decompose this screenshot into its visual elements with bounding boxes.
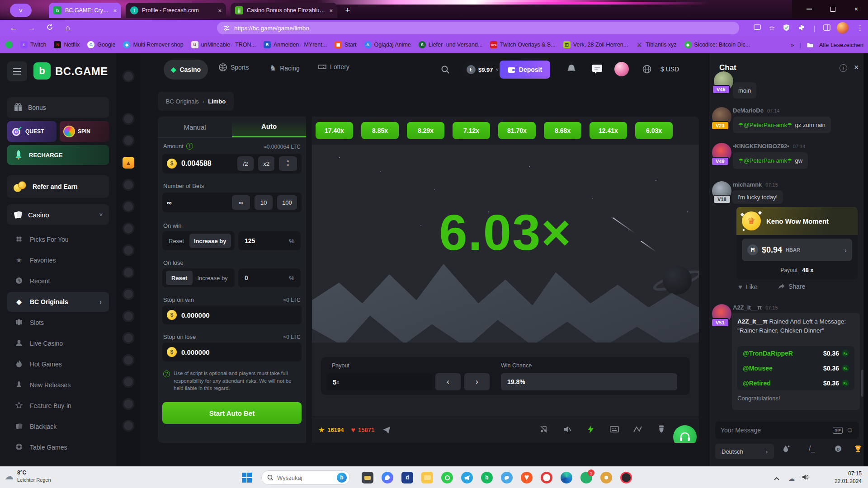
mention[interactable]: @PeterPan-amk bbox=[744, 157, 787, 164]
strip-game-icon[interactable] bbox=[123, 70, 134, 82]
app-opera[interactable] bbox=[541, 472, 552, 483]
bets-infinity-button[interactable]: ∞ bbox=[232, 195, 250, 210]
back-icon[interactable]: ← bbox=[5, 23, 23, 33]
tab-auto[interactable]: Auto bbox=[232, 117, 306, 137]
new-tab-button[interactable]: + bbox=[342, 5, 354, 16]
bookmark-item[interactable]: AOglądaj Anime bbox=[364, 41, 411, 48]
recipient-handle[interactable]: @Mousee bbox=[743, 365, 773, 372]
app-paw[interactable] bbox=[600, 472, 612, 483]
chat-message-input[interactable] bbox=[721, 427, 829, 434]
history-multiplier[interactable]: 8.85x bbox=[361, 122, 399, 139]
sidebar-item-picks[interactable]: Picks For You bbox=[7, 230, 109, 249]
currency-label[interactable]: $ USD bbox=[660, 66, 679, 73]
recharge-button[interactable]: RECHARGE bbox=[7, 145, 109, 165]
bookmark-item[interactable]: tTwitch bbox=[20, 41, 46, 48]
refer-and-earn-button[interactable]: Refer and Earn bbox=[7, 175, 109, 198]
spotify-bookmark-icon[interactable] bbox=[5, 41, 13, 48]
bets-input[interactable]: ∞ ∞ 10 100 bbox=[162, 192, 302, 212]
chat-info-icon[interactable]: i bbox=[840, 64, 847, 72]
bookmark-item[interactable]: DPSTwitch Overlays & S... bbox=[490, 41, 555, 48]
nav-racing[interactable]: ♞ Racing bbox=[269, 63, 300, 73]
keyboard-icon[interactable] bbox=[609, 426, 619, 434]
like-button[interactable]: ♥Like bbox=[738, 283, 758, 291]
app-brave[interactable] bbox=[521, 472, 533, 483]
app-messenger[interactable] bbox=[382, 472, 393, 483]
window-close-button[interactable]: × bbox=[844, 0, 868, 18]
close-icon[interactable]: × bbox=[329, 7, 333, 14]
gif-icon[interactable]: GIF bbox=[833, 427, 842, 434]
sidebar-toggle-button[interactable] bbox=[7, 61, 27, 81]
sound-off-icon[interactable] bbox=[562, 425, 572, 435]
tab-search-button[interactable]: ˅ bbox=[10, 4, 32, 17]
bookmark-item[interactable]: ◫Verk, 28 Zoll Herren... bbox=[563, 41, 628, 48]
nav-sports[interactable]: Sports bbox=[219, 63, 249, 71]
bonus-button[interactable]: Bonus bbox=[7, 97, 109, 118]
half-button[interactable]: /2 bbox=[237, 156, 254, 171]
stop-win-input[interactable]: $ 0.000000 bbox=[162, 305, 302, 324]
strip-game-icon[interactable] bbox=[123, 398, 134, 410]
strip-game-icon[interactable] bbox=[123, 179, 134, 191]
bets-10-button[interactable]: 10 bbox=[255, 195, 273, 210]
all-bookmarks-label[interactable]: Alle Lesezeichen bbox=[819, 42, 863, 48]
strip-game-icon[interactable] bbox=[123, 332, 134, 344]
share-button[interactable]: Share bbox=[778, 283, 805, 290]
on-win-value[interactable]: 125 bbox=[245, 237, 255, 244]
sidebar-item-slots[interactable]: Slots bbox=[7, 313, 109, 333]
coin-drop-icon[interactable]: B bbox=[834, 445, 842, 455]
sidebar-item-feature-buyin[interactable]: Feature Buy-in bbox=[7, 396, 109, 416]
spin-button[interactable]: SPIN bbox=[60, 121, 109, 142]
strip-game-icon[interactable] bbox=[123, 244, 134, 256]
recipient-handle[interactable]: @TronDaRippeR bbox=[743, 350, 793, 357]
extensions-puzzle-icon[interactable] bbox=[798, 24, 805, 33]
amount-value[interactable]: 0.004588 bbox=[181, 160, 233, 168]
profile-avatar[interactable] bbox=[837, 22, 849, 34]
sidebar-item-favorites[interactable]: ★ Favorites bbox=[7, 250, 109, 270]
strip-game-icon[interactable] bbox=[123, 420, 134, 432]
page-scrollbar-gutter[interactable] bbox=[863, 53, 868, 466]
bookmark-item[interactable]: ⚔Tibiantis xyz bbox=[636, 41, 676, 48]
strip-game-icon[interactable] bbox=[123, 354, 134, 366]
fairness-icon[interactable] bbox=[656, 425, 666, 435]
sidebar-item-blackjack[interactable]: Blackjack bbox=[7, 417, 109, 436]
tab-casino-bonus[interactable]: ⣿ Casino Bonus ohne Einzahlung × bbox=[231, 3, 337, 18]
bets-100-button[interactable]: 100 bbox=[277, 195, 297, 210]
cast-icon[interactable] bbox=[754, 24, 761, 32]
rain-drop-icon[interactable] bbox=[783, 445, 790, 455]
maximize-button[interactable] bbox=[821, 0, 844, 18]
sidebar-item-new-releases[interactable]: New Releases bbox=[7, 375, 109, 395]
history-multiplier[interactable]: 8.68x bbox=[544, 122, 581, 139]
reload-icon[interactable] bbox=[41, 23, 59, 33]
tray-cloud-icon[interactable]: ☁ bbox=[788, 475, 795, 482]
amount-input[interactable]: $ 0.004588 /2 x2 ˄˅ bbox=[162, 154, 302, 174]
bookmark-star-icon[interactable]: ☆ bbox=[769, 24, 775, 32]
chat-input[interactable]: GIF ☺ bbox=[715, 422, 859, 439]
chevron-down-icon[interactable]: ˅ bbox=[287, 164, 289, 168]
stop-lose-input[interactable]: $ 0.000000 bbox=[162, 343, 302, 361]
emoji-icon[interactable]: ☺ bbox=[846, 426, 854, 434]
on-lose-increase-button[interactable]: Increase by bbox=[195, 275, 229, 282]
strip-game-icon[interactable] bbox=[123, 223, 134, 235]
app-edge[interactable] bbox=[561, 472, 572, 483]
strip-game-icon[interactable] bbox=[123, 135, 134, 146]
weather-widget[interactable]: ☁ 8°C Leichter Regen bbox=[5, 469, 51, 483]
breadcrumb-parent[interactable]: BC Originals bbox=[166, 98, 199, 105]
bookmarks-overflow[interactable]: » bbox=[791, 42, 794, 48]
nav-casino[interactable]: ◆ Casino bbox=[164, 60, 208, 80]
strip-game-icon[interactable] bbox=[123, 288, 134, 300]
home-icon[interactable]: ⌂ bbox=[59, 23, 77, 33]
tab-bcgame[interactable]: b BC.GAME: Crypto Casino Games × bbox=[49, 3, 121, 18]
bookmark-item[interactable]: ◆Multi Remover shop bbox=[123, 41, 183, 48]
on-lose-value-box[interactable]: 0 % bbox=[238, 268, 301, 287]
strip-game-icon[interactable] bbox=[123, 267, 134, 278]
bookmark-item[interactable]: ▦Start bbox=[335, 41, 356, 48]
bookmark-item[interactable]: GGoogle bbox=[87, 41, 115, 48]
app-telegram[interactable] bbox=[461, 472, 473, 483]
bookmark-item[interactable]: RAnmelden - MYrent... bbox=[264, 41, 327, 48]
turbo-icon[interactable] bbox=[586, 425, 596, 435]
search-icon[interactable] bbox=[441, 65, 450, 74]
keno-wow-card[interactable]: ♛ Keno Wow Moment Ħ $0.94 HBAR › Payout … bbox=[736, 207, 858, 279]
amount-stepper[interactable]: ˄˅ bbox=[279, 156, 297, 171]
close-icon[interactable]: × bbox=[113, 7, 117, 14]
site-settings-icon[interactable] bbox=[223, 25, 230, 31]
payout-increase-button[interactable]: › bbox=[464, 373, 490, 390]
